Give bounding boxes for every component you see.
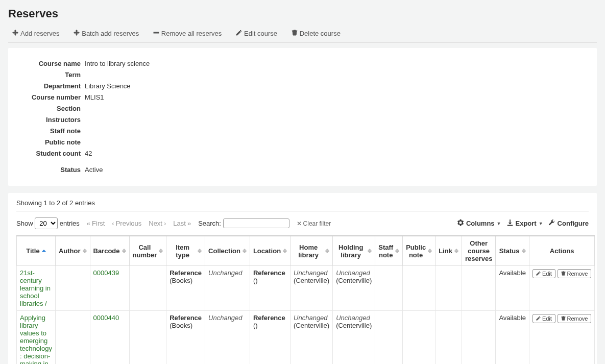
- add-reserves-button[interactable]: Add reserves: [8, 28, 64, 39]
- title-link[interactable]: Applying library values to emerging tech…: [20, 314, 52, 364]
- cell-holding-library: Unchanged(Centerville): [333, 266, 375, 311]
- last-label: Last: [173, 220, 186, 227]
- value-term: [85, 69, 587, 81]
- edit-row-button[interactable]: Edit: [533, 269, 555, 278]
- pencil-icon: [536, 271, 541, 277]
- clear-filter-button[interactable]: ✕ Clear filter: [297, 220, 331, 227]
- last-page-button[interactable]: Last »: [173, 220, 191, 227]
- configure-button[interactable]: Configure: [548, 219, 589, 228]
- label-section: Section: [23, 103, 85, 114]
- barcode-link[interactable]: 0000440: [93, 314, 119, 322]
- col-call-number[interactable]: Call number: [129, 236, 166, 266]
- double-chevron-right-icon: »: [187, 220, 191, 227]
- configure-label: Configure: [558, 220, 589, 227]
- delete-course-button[interactable]: Delete course: [287, 28, 345, 39]
- col-location-label: Location: [253, 247, 281, 255]
- col-staff-note-label: Staff note: [378, 244, 393, 259]
- label-student-count: Student count: [23, 148, 85, 159]
- col-status[interactable]: Status: [496, 236, 529, 266]
- search-input[interactable]: [223, 219, 289, 228]
- cell-other-reserves: [462, 266, 496, 311]
- show-label-pre: Show: [16, 220, 33, 227]
- batch-add-button[interactable]: Batch add reserves: [69, 28, 143, 39]
- col-other-reserves[interactable]: Other course reserves: [462, 236, 496, 266]
- cell-public-note: [403, 266, 435, 311]
- cell-call-number: [129, 266, 166, 311]
- cell-collection: Unchanged: [205, 311, 250, 365]
- col-link[interactable]: Link: [435, 236, 462, 266]
- x-icon: ✕: [297, 220, 302, 227]
- sort-icon: [454, 249, 458, 253]
- barcode-link[interactable]: 0000439: [93, 269, 119, 277]
- prev-label: Previous: [116, 220, 142, 227]
- col-title-label: Title: [26, 247, 40, 255]
- pencil-icon: [236, 30, 242, 37]
- prev-page-button[interactable]: ‹ Previous: [112, 220, 141, 227]
- wrench-icon: [548, 219, 555, 228]
- col-title[interactable]: Title: [17, 236, 56, 266]
- col-home-library[interactable]: Home library: [291, 236, 333, 266]
- sort-icon: [243, 249, 247, 253]
- col-author[interactable]: Author: [55, 236, 90, 266]
- first-label: First: [92, 220, 105, 227]
- export-label: Export: [516, 220, 537, 227]
- cell-other-reserves: [462, 311, 496, 365]
- title-link[interactable]: 21st-century learning in school librarie…: [20, 269, 51, 307]
- first-page-button[interactable]: « First: [87, 220, 105, 227]
- show-label-post: entries: [60, 220, 80, 227]
- plus-icon: [12, 30, 18, 37]
- cell-home-library: Unchanged(Centerville): [291, 266, 333, 311]
- columns-button[interactable]: Columns ▼: [457, 219, 501, 228]
- label-course-number: Course number: [23, 92, 85, 103]
- remove-all-button[interactable]: Remove all reserves: [149, 28, 226, 39]
- remove-row-button[interactable]: Remove: [558, 269, 592, 278]
- plus-icon: [74, 30, 80, 37]
- caret-down-icon: ▼: [539, 221, 543, 226]
- col-author-label: Author: [59, 247, 81, 255]
- value-status: Active: [85, 164, 587, 176]
- col-link-label: Link: [439, 247, 452, 255]
- download-icon: [506, 219, 514, 228]
- col-home-lib-label: Home library: [294, 244, 323, 259]
- next-page-button[interactable]: Next ›: [149, 220, 166, 227]
- col-item-type[interactable]: Item type: [166, 236, 205, 266]
- value-staff-note: [85, 126, 587, 137]
- cell-author: [55, 266, 90, 311]
- edit-label: Edit: [542, 271, 552, 277]
- export-button[interactable]: Export ▼: [506, 219, 543, 228]
- value-public-note: [85, 137, 587, 148]
- course-details-panel: Course nameIntro to library science Term…: [8, 48, 597, 186]
- edit-course-button[interactable]: Edit course: [232, 28, 281, 39]
- cell-call-number: [129, 311, 166, 365]
- cell-author: [55, 311, 90, 365]
- trash-icon: [561, 271, 566, 277]
- cell-collection: Unchanged: [205, 266, 250, 311]
- delete-course-label: Delete course: [300, 30, 341, 37]
- page-size-control: Show 20 entries: [16, 217, 80, 229]
- label-public-note: Public note: [23, 137, 85, 148]
- col-public-note[interactable]: Public note: [403, 236, 435, 266]
- cell-item-type: Reference(Books): [166, 266, 205, 311]
- table-row: 21st-century learning in school librarie…: [17, 266, 595, 311]
- cell-link: [435, 266, 462, 311]
- cell-location: Reference(): [250, 266, 290, 311]
- page-size-select[interactable]: 20: [35, 217, 58, 229]
- sort-icon: [368, 249, 372, 253]
- col-location[interactable]: Location: [250, 236, 290, 266]
- cell-staff-note: [375, 311, 403, 365]
- cell-item-type: Reference(Books): [166, 311, 205, 365]
- sort-icon: [428, 249, 432, 253]
- cell-holding-library: Unchanged(Centerville): [333, 311, 375, 365]
- col-barcode[interactable]: Barcode: [90, 236, 129, 266]
- remove-row-button[interactable]: Remove: [558, 314, 592, 323]
- edit-label: Edit: [542, 316, 552, 322]
- col-holding-library[interactable]: Holding library: [333, 236, 375, 266]
- gear-icon: [457, 219, 464, 228]
- sort-icon: [122, 249, 126, 253]
- label-instructors: Instructors: [23, 114, 85, 126]
- col-staff-note[interactable]: Staff note: [375, 236, 403, 266]
- col-item-type-label: Item type: [170, 244, 196, 259]
- col-collection[interactable]: Collection: [205, 236, 250, 266]
- edit-row-button[interactable]: Edit: [533, 314, 555, 323]
- svg-rect-0: [154, 32, 159, 33]
